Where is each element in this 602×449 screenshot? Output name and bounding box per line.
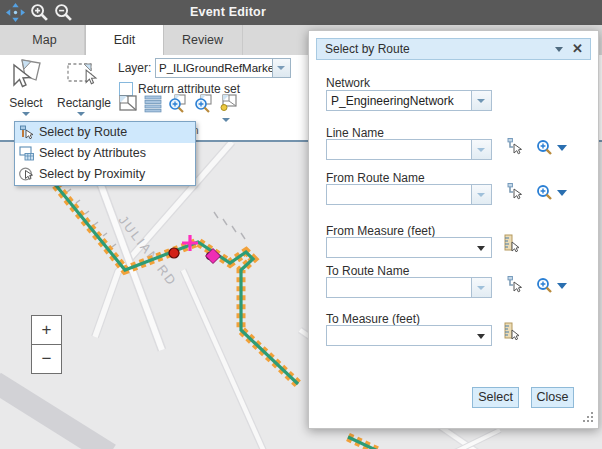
- line-name-combobox[interactable]: [326, 139, 492, 160]
- from-route-select-on-map-icon[interactable]: [505, 182, 524, 201]
- from-route-zoom-caret[interactable]: [557, 190, 567, 196]
- panel-resize-grip[interactable]: [583, 412, 594, 423]
- selection-options-caret[interactable]: [222, 118, 230, 122]
- menu-item-select-by-route[interactable]: Select by Route: [15, 122, 195, 143]
- select-by-attributes-icon: [18, 145, 35, 162]
- zoom-in-icon[interactable]: [30, 3, 49, 22]
- selection-options-icon[interactable]: [218, 93, 238, 113]
- to-measure-label: To Measure (feet): [326, 312, 420, 326]
- map-zoom-widget: + −: [31, 315, 62, 374]
- close-button[interactable]: Close: [531, 387, 574, 408]
- panel-collapse-icon[interactable]: [555, 47, 563, 52]
- from-route-dropdown-button[interactable]: [471, 185, 491, 204]
- select-dropdown-caret[interactable]: [22, 112, 30, 116]
- select-button[interactable]: Select: [472, 387, 519, 408]
- to-measure-pick-icon[interactable]: [502, 322, 521, 341]
- layer-label: Layer:: [118, 61, 151, 75]
- pan-icon[interactable]: [6, 3, 25, 22]
- zoom-to-selection-icon[interactable]: [167, 93, 187, 113]
- select-by-proximity-icon: [18, 166, 35, 183]
- tab-review[interactable]: Review: [163, 25, 243, 55]
- titlebar: Event Editor: [0, 0, 602, 25]
- from-measure-label: From Measure (feet): [326, 224, 435, 238]
- panel-close-icon[interactable]: ✕: [572, 41, 583, 56]
- pan-to-selection-icon[interactable]: [193, 93, 213, 113]
- rectangle-tool-button[interactable]: Rectangle: [57, 57, 105, 116]
- network-combobox[interactable]: P_EngineeringNetwork: [326, 90, 492, 111]
- from-route-combobox[interactable]: [326, 184, 492, 205]
- menu-item-select-by-proximity[interactable]: Select by Proximity: [15, 164, 195, 185]
- to-measure-combobox[interactable]: [326, 325, 492, 346]
- rectangle-dropdown-caret[interactable]: [77, 112, 85, 116]
- to-route-label: To Route Name: [326, 264, 409, 278]
- tab-edit[interactable]: Edit: [85, 25, 164, 55]
- to-route-zoom-icon[interactable]: [536, 277, 553, 294]
- line-select-on-map-icon[interactable]: [505, 137, 524, 156]
- network-dropdown-button[interactable]: [471, 91, 491, 110]
- tab-map[interactable]: Map: [5, 25, 85, 55]
- from-route-zoom-icon[interactable]: [536, 184, 553, 201]
- select-dropdown-menu: Select by Route Select by Attributes Sel…: [14, 121, 196, 186]
- rectangle-select-icon: [64, 57, 98, 91]
- network-value: P_EngineeringNetwork: [331, 94, 454, 108]
- from-route-label: From Route Name: [326, 171, 425, 185]
- zoom-out-icon[interactable]: [54, 3, 73, 22]
- select-by-route-icon: [18, 124, 35, 141]
- network-label: Network: [326, 76, 370, 90]
- layer-combobox[interactable]: P_ILIGroundRefMarkers: [155, 58, 291, 78]
- select-polygon-icon: [9, 57, 43, 91]
- from-measure-dropdown-arrow[interactable]: [477, 246, 485, 251]
- to-route-combobox[interactable]: [326, 277, 492, 298]
- line-zoom-icon[interactable]: [536, 139, 553, 156]
- show-selection-icon[interactable]: [118, 93, 138, 113]
- event-editor-app: JULIAN RD: [0, 0, 602, 449]
- line-name-dropdown-button[interactable]: [471, 140, 491, 159]
- menu-item-select-by-attributes[interactable]: Select by Attributes: [15, 143, 195, 164]
- panel-header[interactable]: Select by Route ✕: [316, 38, 591, 60]
- to-measure-dropdown-arrow[interactable]: [477, 334, 485, 339]
- select-by-route-panel: Select by Route ✕ Network P_EngineeringN…: [308, 30, 599, 429]
- select-tool-button[interactable]: Select: [6, 57, 46, 116]
- from-measure-pick-icon[interactable]: [502, 234, 521, 253]
- map-markers[interactable]: [169, 235, 221, 264]
- from-measure-combobox[interactable]: [326, 237, 492, 258]
- line-zoom-caret[interactable]: [557, 145, 567, 151]
- map-zoom-in-button[interactable]: +: [31, 315, 62, 345]
- line-name-label: Line Name: [326, 126, 384, 140]
- map-zoom-out-button[interactable]: −: [31, 344, 62, 374]
- red-point-marker: [169, 248, 179, 258]
- app-title: Event Editor: [190, 5, 266, 19]
- to-route-select-on-map-icon[interactable]: [505, 275, 524, 294]
- layer-value: P_ILIGroundRefMarkers: [159, 62, 284, 74]
- selection-attributes-icon[interactable]: [143, 93, 163, 113]
- panel-title: Select by Route: [325, 39, 410, 59]
- to-route-dropdown-button[interactable]: [471, 278, 491, 297]
- layer-dropdown-button[interactable]: [272, 59, 290, 77]
- to-route-zoom-caret[interactable]: [557, 283, 567, 289]
